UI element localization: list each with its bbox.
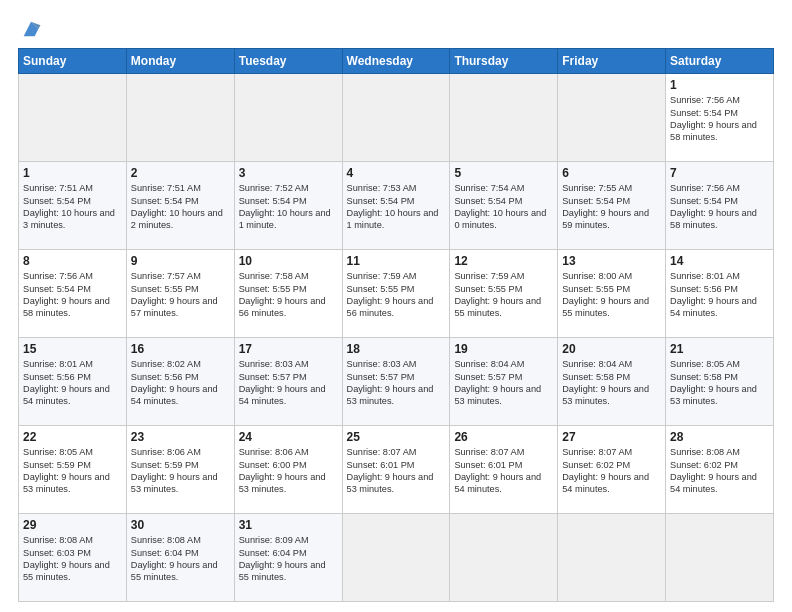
calendar-cell: 10Sunrise: 7:58 AMSunset: 5:55 PMDayligh… xyxy=(234,250,342,338)
sunrise: Sunrise: 8:04 AM xyxy=(562,359,632,369)
calendar-cell: 17Sunrise: 8:03 AMSunset: 5:57 PMDayligh… xyxy=(234,338,342,426)
day-of-week-sunday: Sunday xyxy=(19,49,127,74)
calendar-week-6: 29Sunrise: 8:08 AMSunset: 6:03 PMDayligh… xyxy=(19,514,774,602)
calendar-cell xyxy=(19,74,127,162)
sunset: Sunset: 6:03 PM xyxy=(23,548,91,558)
sunset: Sunset: 5:55 PM xyxy=(347,284,415,294)
calendar-cell: 20Sunrise: 8:04 AMSunset: 5:58 PMDayligh… xyxy=(558,338,666,426)
day-number: 22 xyxy=(23,429,122,445)
daylight: Daylight: 9 hours and 54 minutes. xyxy=(670,296,757,318)
day-number: 30 xyxy=(131,517,230,533)
daylight: Daylight: 10 hours and 0 minutes. xyxy=(454,208,546,230)
day-number: 24 xyxy=(239,429,338,445)
daylight: Daylight: 9 hours and 53 minutes. xyxy=(347,472,434,494)
sunset: Sunset: 5:58 PM xyxy=(562,372,630,382)
sunset: Sunset: 6:04 PM xyxy=(131,548,199,558)
sunset: Sunset: 5:56 PM xyxy=(670,284,738,294)
calendar-cell: 25Sunrise: 8:07 AMSunset: 6:01 PMDayligh… xyxy=(342,426,450,514)
logo xyxy=(18,18,42,40)
sunrise: Sunrise: 7:51 AM xyxy=(131,183,201,193)
sunrise: Sunrise: 7:51 AM xyxy=(23,183,93,193)
day-number: 18 xyxy=(347,341,446,357)
sunrise: Sunrise: 8:04 AM xyxy=(454,359,524,369)
daylight: Daylight: 10 hours and 3 minutes. xyxy=(23,208,115,230)
sunrise: Sunrise: 8:08 AM xyxy=(131,535,201,545)
calendar-cell xyxy=(450,74,558,162)
calendar-cell: 5Sunrise: 7:54 AMSunset: 5:54 PMDaylight… xyxy=(450,162,558,250)
calendar-cell: 23Sunrise: 8:06 AMSunset: 5:59 PMDayligh… xyxy=(126,426,234,514)
sunset: Sunset: 5:54 PM xyxy=(131,196,199,206)
daylight: Daylight: 9 hours and 58 minutes. xyxy=(670,208,757,230)
sunrise: Sunrise: 8:03 AM xyxy=(239,359,309,369)
daylight: Daylight: 9 hours and 55 minutes. xyxy=(562,296,649,318)
day-number: 2 xyxy=(131,165,230,181)
calendar-cell: 7Sunrise: 7:56 AMSunset: 5:54 PMDaylight… xyxy=(666,162,774,250)
calendar-cell: 3Sunrise: 7:52 AMSunset: 5:54 PMDaylight… xyxy=(234,162,342,250)
day-number: 7 xyxy=(670,165,769,181)
day-number: 6 xyxy=(562,165,661,181)
daylight: Daylight: 9 hours and 58 minutes. xyxy=(23,296,110,318)
calendar-cell: 31Sunrise: 8:09 AMSunset: 6:04 PMDayligh… xyxy=(234,514,342,602)
calendar-cell: 14Sunrise: 8:01 AMSunset: 5:56 PMDayligh… xyxy=(666,250,774,338)
day-number: 25 xyxy=(347,429,446,445)
day-number: 31 xyxy=(239,517,338,533)
daylight: Daylight: 10 hours and 1 minute. xyxy=(347,208,439,230)
calendar-table: SundayMondayTuesdayWednesdayThursdayFrid… xyxy=(18,48,774,602)
sunset: Sunset: 5:54 PM xyxy=(670,196,738,206)
sunrise: Sunrise: 7:58 AM xyxy=(239,271,309,281)
day-number: 27 xyxy=(562,429,661,445)
logo-icon xyxy=(20,18,42,40)
daylight: Daylight: 9 hours and 55 minutes. xyxy=(239,560,326,582)
day-number: 23 xyxy=(131,429,230,445)
sunset: Sunset: 6:01 PM xyxy=(347,460,415,470)
day-number: 3 xyxy=(239,165,338,181)
calendar-cell xyxy=(342,514,450,602)
sunset: Sunset: 5:54 PM xyxy=(347,196,415,206)
day-of-week-wednesday: Wednesday xyxy=(342,49,450,74)
day-number: 17 xyxy=(239,341,338,357)
sunrise: Sunrise: 7:53 AM xyxy=(347,183,417,193)
calendar-cell: 11Sunrise: 7:59 AMSunset: 5:55 PMDayligh… xyxy=(342,250,450,338)
sunset: Sunset: 5:54 PM xyxy=(23,284,91,294)
daylight: Daylight: 9 hours and 54 minutes. xyxy=(131,384,218,406)
daylight: Daylight: 9 hours and 58 minutes. xyxy=(670,120,757,142)
page: SundayMondayTuesdayWednesdayThursdayFrid… xyxy=(0,0,792,612)
calendar-week-2: 1Sunrise: 7:51 AMSunset: 5:54 PMDaylight… xyxy=(19,162,774,250)
sunrise: Sunrise: 8:07 AM xyxy=(562,447,632,457)
day-number: 9 xyxy=(131,253,230,269)
daylight: Daylight: 9 hours and 54 minutes. xyxy=(23,384,110,406)
day-number: 21 xyxy=(670,341,769,357)
sunset: Sunset: 5:55 PM xyxy=(239,284,307,294)
sunset: Sunset: 5:57 PM xyxy=(454,372,522,382)
sunrise: Sunrise: 8:06 AM xyxy=(131,447,201,457)
calendar-cell: 16Sunrise: 8:02 AMSunset: 5:56 PMDayligh… xyxy=(126,338,234,426)
sunset: Sunset: 6:01 PM xyxy=(454,460,522,470)
day-number: 1 xyxy=(670,77,769,93)
sunset: Sunset: 5:58 PM xyxy=(670,372,738,382)
calendar-cell xyxy=(450,514,558,602)
calendar-cell: 18Sunrise: 8:03 AMSunset: 5:57 PMDayligh… xyxy=(342,338,450,426)
sunset: Sunset: 5:59 PM xyxy=(23,460,91,470)
calendar-cell xyxy=(234,74,342,162)
day-number: 26 xyxy=(454,429,553,445)
sunset: Sunset: 5:54 PM xyxy=(454,196,522,206)
calendar-cell: 2Sunrise: 7:51 AMSunset: 5:54 PMDaylight… xyxy=(126,162,234,250)
sunrise: Sunrise: 7:55 AM xyxy=(562,183,632,193)
sunset: Sunset: 6:02 PM xyxy=(562,460,630,470)
day-of-week-tuesday: Tuesday xyxy=(234,49,342,74)
sunset: Sunset: 5:56 PM xyxy=(131,372,199,382)
day-of-week-thursday: Thursday xyxy=(450,49,558,74)
sunrise: Sunrise: 7:59 AM xyxy=(454,271,524,281)
sunrise: Sunrise: 8:06 AM xyxy=(239,447,309,457)
day-number: 8 xyxy=(23,253,122,269)
sunrise: Sunrise: 8:05 AM xyxy=(670,359,740,369)
sunset: Sunset: 5:57 PM xyxy=(239,372,307,382)
sunrise: Sunrise: 7:52 AM xyxy=(239,183,309,193)
calendar-cell xyxy=(666,514,774,602)
daylight: Daylight: 9 hours and 55 minutes. xyxy=(131,560,218,582)
calendar-cell: 15Sunrise: 8:01 AMSunset: 5:56 PMDayligh… xyxy=(19,338,127,426)
sunset: Sunset: 5:55 PM xyxy=(131,284,199,294)
calendar-cell: 28Sunrise: 8:08 AMSunset: 6:02 PMDayligh… xyxy=(666,426,774,514)
calendar-cell: 24Sunrise: 8:06 AMSunset: 6:00 PMDayligh… xyxy=(234,426,342,514)
calendar-cell: 21Sunrise: 8:05 AMSunset: 5:58 PMDayligh… xyxy=(666,338,774,426)
